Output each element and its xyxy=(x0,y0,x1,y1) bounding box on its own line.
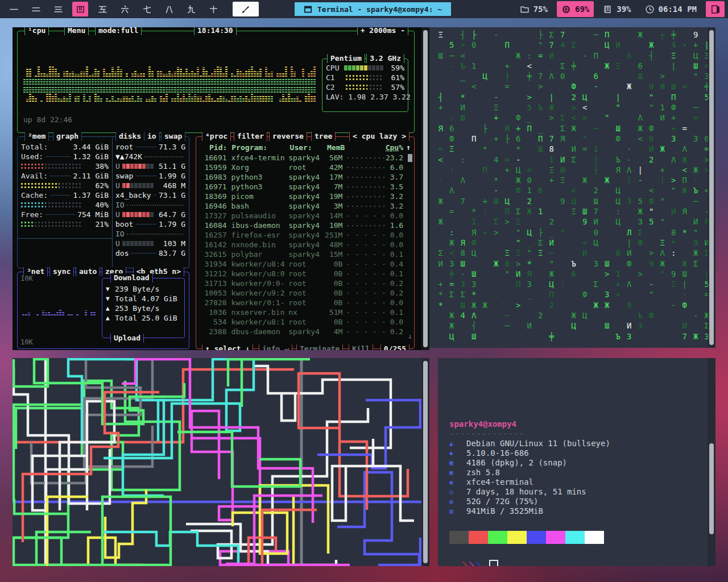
process-row[interactable]: 1036nxserver.binnx51M· · · · ·0.1 xyxy=(200,307,411,317)
matrix-char: Ц xyxy=(502,196,513,206)
proc-reverse-button[interactable]: reverse xyxy=(269,132,307,141)
matrix-char xyxy=(524,81,535,92)
matrix-char xyxy=(524,40,535,50)
matrix-char: 8 xyxy=(546,144,557,154)
process-row[interactable]: 10053kworker/u9:2root0B· · · · ·0.2 xyxy=(200,288,411,298)
fetch-scrollbar[interactable] xyxy=(708,358,715,566)
leader xyxy=(50,195,71,196)
workspace-button-6[interactable] xyxy=(117,2,133,16)
top-panel: Terminal - sparky4@xompy4: ~ 75% 69% 39%… xyxy=(0,0,728,18)
pipes-scrollbar[interactable] xyxy=(421,358,429,566)
process-row[interactable]: 534kworker/u8:1root0B· · · · ·0.0 xyxy=(200,317,411,327)
process-row[interactable]: 16971python3sparky47M·········3.5 xyxy=(200,182,411,192)
clock-indicator[interactable]: 06:14 PM xyxy=(640,1,701,17)
mem-graph-toggle[interactable]: graph xyxy=(53,132,82,141)
disk-usage-indicator[interactable]: 75% xyxy=(515,1,552,17)
btop-scrollbar[interactable] xyxy=(421,27,429,350)
workspace-button-8[interactable] xyxy=(161,2,177,16)
proc-select-control[interactable]: ↑ select ↓ xyxy=(202,344,253,350)
process-row[interactable]: 15959Xorgroot42M·········6.0 xyxy=(200,163,411,172)
workspace-button-3[interactable] xyxy=(50,2,66,16)
process-row[interactable]: 18369picomsparky419M·········3.2 xyxy=(200,192,411,201)
process-row[interactable]: 27828kworker/0:1-root0B· · · · ·0.0 xyxy=(200,298,411,307)
proc-scrollbar-thumb[interactable] xyxy=(408,154,412,162)
workspace-button-5[interactable] xyxy=(94,2,110,16)
shell-prompt[interactable]: ~ xyxy=(449,560,610,566)
scrollbar-handle[interactable] xyxy=(709,443,714,534)
matrix-char: * xyxy=(524,259,535,269)
workspace-button-4[interactable] xyxy=(72,2,88,16)
proc-filter-button[interactable]: filter xyxy=(234,132,267,141)
process-row[interactable]: 31212kworker/u8:0root0B· · · · ·0.1 xyxy=(200,269,411,278)
process-row[interactable]: 2388dbus-daemonsparky44M· · · · ·0.2 xyxy=(200,327,411,336)
fetch-terminal-window[interactable]: sparky4@xompy4 -------------- ▲Debian GN… xyxy=(438,358,715,566)
process-row[interactable]: 16983python3sparky417M·········3.7 xyxy=(200,172,411,182)
matrix-char: 1 xyxy=(535,206,547,217)
matrix-char xyxy=(679,71,690,81)
disks-io-toggle[interactable]: io xyxy=(144,132,160,141)
col-program[interactable]: Program: xyxy=(231,143,289,152)
process-row[interactable]: 16142nxnode.binsparky448M· · · · ·0.0 xyxy=(200,240,411,250)
disk-io-row: IO xyxy=(115,229,185,239)
net-auto-toggle[interactable]: auto xyxy=(76,267,100,276)
matrix-char: 2 xyxy=(524,196,535,206)
workspace-button-9[interactable] xyxy=(183,2,199,16)
bashtop-terminal-window[interactable]: ¹cpu Menu mode:full 18:14:30 + 2000ms - … xyxy=(13,27,429,350)
refresh-interval-control[interactable]: + 2000ms - xyxy=(357,27,408,35)
col-cpu[interactable]: Cpu% xyxy=(383,143,403,152)
process-row[interactable]: 16084ibus-daemonsparky410M·········1.6 xyxy=(200,221,411,230)
scrollbar-handle[interactable] xyxy=(423,30,428,347)
matrix-scrollbar[interactable] xyxy=(708,27,715,348)
mem-stat-value: 3.44 GiB xyxy=(73,142,109,152)
focused-window-title[interactable]: Terminal - sparky4@xompy4: ~ xyxy=(295,2,451,16)
logout-button[interactable] xyxy=(706,1,725,17)
workspace-button-2[interactable] xyxy=(28,2,44,16)
matrix-char xyxy=(491,81,502,92)
workspace-button-7[interactable] xyxy=(139,2,155,16)
mem-stat-value: 1.37 GiB xyxy=(73,190,109,200)
matrix-char: Ж xyxy=(624,81,635,92)
process-row[interactable]: 16257firefox-esrsparky4251M· · · · ·0.0 xyxy=(200,230,411,240)
matrix-char: И xyxy=(657,81,668,92)
ram-usage-indicator[interactable]: 39% xyxy=(598,1,635,17)
disks-swap-toggle[interactable]: swap xyxy=(161,132,185,141)
process-row[interactable]: 16691xfce4-terminsparky456M·········23.2 xyxy=(200,153,411,163)
matrix-char: Ц xyxy=(446,331,458,342)
fetch-value: Debian GNU/Linux 11 (bullseye) xyxy=(466,439,610,448)
matrix-char: 3 xyxy=(469,279,480,289)
mode-label[interactable]: mode:full xyxy=(95,27,142,35)
matrix-char: Σ xyxy=(568,40,580,50)
proc-kill-button[interactable]: Kill xyxy=(349,344,373,350)
process-row[interactable]: 31934kworker/u8:4root0B· · · · ·0.4 xyxy=(200,259,411,269)
menu-button[interactable]: Menu xyxy=(64,27,89,35)
col-mem[interactable]: MemB xyxy=(324,143,345,152)
process-row[interactable]: 32615polybarsparky415M· · · · ·0.1 xyxy=(200,250,411,259)
matrix-row: Σ<8Ц ΞΞ"Ξ─ И 8И >Λ: ЖΣ xyxy=(435,248,713,258)
cjk-numeral-icon xyxy=(31,5,41,14)
cpu-usage-indicator[interactable]: 69% xyxy=(557,1,594,17)
workspace-button-1[interactable] xyxy=(6,2,22,16)
matrix-char xyxy=(435,227,446,238)
workspace-button-10[interactable] xyxy=(205,2,221,16)
process-row[interactable]: 17327pulseaudiosparky414M· · · · ·0.0 xyxy=(200,211,411,221)
status-tray: 75% 69% 39% 06:14 PM xyxy=(515,0,725,18)
core-meter xyxy=(346,85,383,90)
proc-info-button[interactable]: info ↵ xyxy=(259,344,292,350)
proc-terminate-button[interactable]: Terminate xyxy=(296,344,343,350)
proc-tree-button[interactable]: tree xyxy=(311,132,336,141)
scrollbar-handle[interactable] xyxy=(423,361,428,563)
scrollbar-handle[interactable] xyxy=(709,30,714,345)
process-row[interactable]: 16946bashsparky43M·········3.2 xyxy=(200,201,411,211)
paint-button[interactable] xyxy=(233,2,259,16)
col-pid[interactable]: Pid: xyxy=(200,143,227,152)
matrix-char: Ж xyxy=(635,206,646,217)
proc-sort-selector[interactable]: < cpu lazy > xyxy=(349,132,410,141)
process-row[interactable]: 31713kworker/0:0-root0B· · · · ·0.2 xyxy=(200,278,411,288)
pipes-terminal-window[interactable] xyxy=(13,358,429,566)
matrix-char xyxy=(679,61,690,71)
col-user[interactable]: User: xyxy=(290,143,324,152)
matrix-terminal-window[interactable]: Ξ ┤├ - ├Σ7 ─Π Ж ┬╪ 9 5>0 Π "74Σ ЦИ Ж 4-+… xyxy=(429,27,715,348)
net-sync-toggle[interactable]: sync xyxy=(49,267,74,276)
matrix-char: - xyxy=(624,155,635,165)
matrix-char xyxy=(590,92,602,102)
